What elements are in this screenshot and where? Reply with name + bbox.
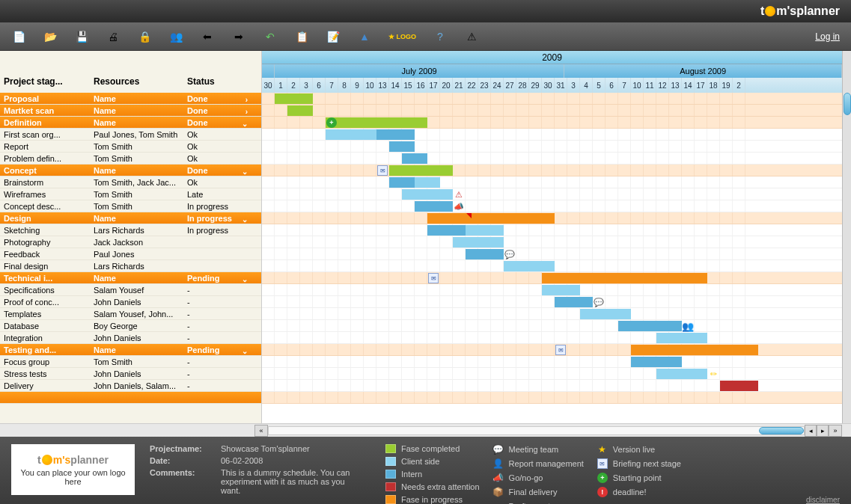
day-cell[interactable]: 27	[504, 78, 516, 93]
gantt-marker-icon[interactable]: ✉	[428, 273, 439, 283]
day-cell[interactable]: 23	[478, 78, 491, 93]
month-cell[interactable]: August 2009	[564, 64, 842, 78]
edit-page-icon[interactable]: 📝	[326, 29, 341, 44]
save-icon[interactable]: 💾	[74, 29, 89, 44]
gantt-marker-icon[interactable]	[466, 213, 472, 218]
day-cell[interactable]: 17	[695, 78, 707, 93]
gantt-bar[interactable]	[542, 285, 580, 295]
gantt-row[interactable]	[262, 236, 842, 248]
day-cell[interactable]: 14	[389, 78, 402, 93]
table-row[interactable]: Concept desc...Tom SmithIn progress	[0, 200, 261, 212]
gantt-row[interactable]: ⚠	[262, 188, 842, 200]
vertical-scrollbar[interactable]	[842, 51, 851, 423]
expand-chevron-icon[interactable]: ⌄	[242, 275, 248, 283]
hscroll-thumb[interactable]	[759, 427, 804, 434]
gantt-row[interactable]	[262, 153, 842, 165]
gantt-bar[interactable]	[389, 177, 415, 188]
gantt-bar[interactable]	[466, 249, 504, 259]
open-folder-icon[interactable]: 📂	[43, 29, 58, 44]
day-cell[interactable]: 6	[313, 78, 326, 93]
users-icon[interactable]: 👥	[168, 29, 183, 44]
gantt-row[interactable]: ✉	[262, 165, 842, 176]
gantt-bar[interactable]	[656, 369, 707, 379]
day-cell[interactable]: 12	[656, 78, 669, 93]
day-cell[interactable]: 10	[364, 78, 376, 93]
gantt-bar[interactable]	[631, 357, 682, 367]
gantt-bar[interactable]	[326, 129, 376, 140]
day-cell[interactable]: 9	[351, 78, 364, 93]
gantt-bar[interactable]	[415, 177, 440, 188]
table-row[interactable]: IntegrationJohn Daniels-	[0, 332, 261, 344]
table-row[interactable]: ReportTom SmithOk	[0, 141, 261, 153]
table-row[interactable]: Problem defin...Tom SmithOk	[0, 153, 261, 165]
gantt-bar[interactable]	[466, 225, 504, 236]
table-row[interactable]: Focus groupTom Smith-	[0, 356, 261, 368]
gantt-row[interactable]: 💬	[262, 248, 842, 260]
gantt-row[interactable]	[262, 105, 842, 117]
day-cell[interactable]: 5	[593, 78, 606, 93]
day-cell[interactable]: 13	[669, 78, 682, 93]
day-cell[interactable]: 28	[516, 78, 529, 93]
gantt-bar[interactable]	[402, 189, 453, 200]
flag-icon[interactable]: ▲	[357, 29, 372, 44]
expand-chevron-icon[interactable]: ›	[245, 96, 248, 103]
gantt-row[interactable]	[262, 332, 842, 344]
login-link[interactable]: Log in	[815, 31, 840, 42]
day-cell[interactable]: 2	[287, 78, 300, 93]
gantt-row[interactable]: ✏	[262, 368, 842, 380]
gantt-row[interactable]	[262, 224, 842, 236]
day-cell[interactable]: 29	[529, 78, 542, 93]
page-icon[interactable]: 📋	[294, 29, 309, 44]
gantt-bar[interactable]	[389, 141, 415, 152]
scroll-right-button[interactable]: ▸	[817, 425, 829, 437]
col-header-stage[interactable]: Project stag...	[0, 76, 90, 90]
table-row[interactable]: DefinitionNameDone⌄	[0, 117, 261, 129]
expand-chevron-icon[interactable]: ›	[245, 108, 248, 115]
day-cell[interactable]: 1	[275, 78, 287, 93]
day-cell[interactable]: 21	[453, 78, 466, 93]
day-cell[interactable]: 15	[402, 78, 415, 93]
gantt-row[interactable]: 👥	[262, 320, 842, 332]
gantt-marker-icon[interactable]: ⚠	[454, 189, 464, 200]
disclaimer-link[interactable]: disclaimer	[806, 496, 840, 504]
gantt-bar[interactable]	[427, 213, 555, 224]
gantt-bar[interactable]	[453, 237, 504, 248]
scroll-left-button[interactable]: ◂	[805, 425, 817, 437]
gantt-bar[interactable]	[275, 93, 313, 104]
gantt-bar[interactable]	[427, 225, 466, 236]
table-row[interactable]: Martket scanNameDone›	[0, 105, 261, 117]
gantt-row[interactable]: ✉	[262, 272, 842, 284]
gantt-marker-icon[interactable]: 👥	[683, 321, 693, 331]
gantt-bar[interactable]	[389, 165, 453, 176]
day-cell[interactable]: 3	[567, 78, 580, 93]
day-cell[interactable]: 7	[618, 78, 631, 93]
gantt-marker-icon[interactable]: 💬	[504, 249, 515, 259]
print-icon[interactable]: 🖨	[106, 29, 121, 44]
col-header-resources[interactable]: Resources	[90, 76, 183, 90]
table-row[interactable]: FeedbackPaul Jones	[0, 248, 261, 260]
table-row[interactable]: TemplatesSalam Yousef, John...-	[0, 308, 261, 320]
table-row[interactable]: DeliveryJohn Daniels, Salam...-	[0, 380, 261, 392]
gantt-row[interactable]: 📣	[262, 200, 842, 212]
day-cell[interactable]: 13	[376, 78, 389, 93]
gantt-marker-icon[interactable]: ✉	[377, 165, 388, 176]
undo-icon[interactable]: ↶	[263, 29, 278, 44]
table-row[interactable]: ConceptNameDone⌄	[0, 165, 261, 176]
expand-chevron-icon[interactable]: ⌄	[242, 120, 248, 127]
day-cell[interactable]: 3	[300, 78, 313, 93]
gantt-row[interactable]: +	[262, 117, 842, 129]
vscroll-thumb[interactable]	[844, 93, 851, 115]
gantt-bar[interactable]	[631, 345, 758, 355]
day-cell[interactable]: 16	[415, 78, 427, 93]
lock-icon[interactable]: 🔒	[137, 29, 152, 44]
gantt-marker-icon[interactable]: +	[326, 117, 337, 128]
col-header-status[interactable]: Status	[183, 76, 251, 90]
gantt-marker-icon[interactable]: 📣	[454, 201, 464, 212]
gantt-bar[interactable]	[720, 381, 758, 391]
day-cell[interactable]: 7	[326, 78, 338, 93]
import-icon[interactable]: ⬅	[200, 29, 215, 44]
table-row[interactable]: Stress testsJohn Daniels-	[0, 368, 261, 380]
day-cell[interactable]: 10	[631, 78, 644, 93]
gantt-row[interactable]	[262, 212, 842, 224]
day-cell[interactable]: 19	[720, 78, 733, 93]
